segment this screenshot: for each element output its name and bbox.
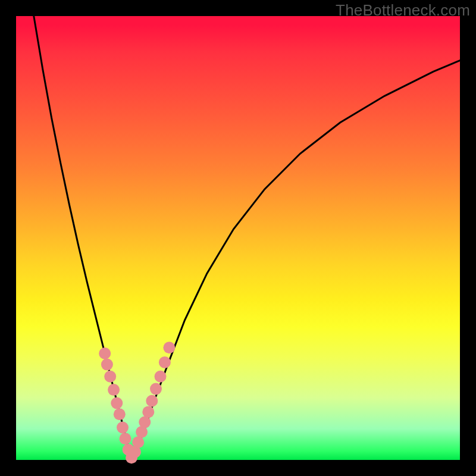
data-marker — [108, 384, 120, 396]
data-marker — [155, 371, 167, 383]
data-marker — [111, 397, 123, 409]
data-marker — [117, 422, 129, 434]
plot-area — [16, 16, 460, 460]
data-marker — [150, 383, 162, 395]
marker-layer — [99, 342, 175, 464]
data-marker — [99, 347, 111, 359]
data-marker — [142, 406, 154, 418]
curve-right-branch — [131, 61, 460, 460]
data-marker — [159, 356, 171, 368]
chart-svg — [16, 16, 460, 460]
curve-layer — [34, 16, 460, 460]
data-marker — [139, 416, 151, 428]
data-marker — [146, 395, 158, 407]
data-marker — [114, 408, 126, 420]
data-marker — [163, 342, 175, 353]
data-marker — [104, 371, 116, 383]
data-marker — [120, 433, 131, 444]
watermark-text: TheBottleneck.com — [336, 1, 470, 20]
chart-frame: TheBottleneck.com — [0, 0, 476, 476]
data-marker — [101, 359, 113, 371]
data-marker — [132, 436, 144, 448]
